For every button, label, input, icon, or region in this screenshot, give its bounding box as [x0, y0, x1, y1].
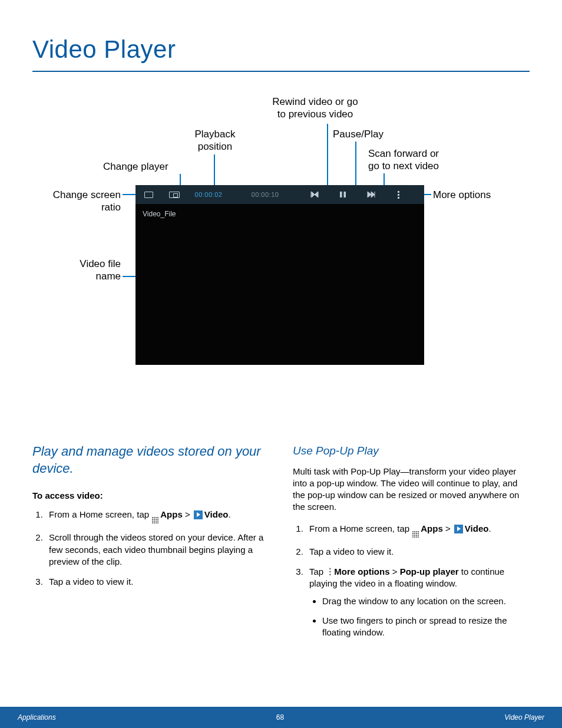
time-current: 00:00:02 — [187, 191, 230, 198]
right-bullet-2: Use two fingers to pinch or spread to re… — [322, 615, 530, 639]
change-player-icon — [169, 192, 180, 198]
right-step-2: Tap a video to view it. — [306, 546, 530, 558]
callout-playback: Playbackposition — [180, 128, 250, 153]
screen-ratio-icon — [144, 192, 153, 198]
pause-button[interactable] — [329, 191, 357, 198]
left-step-2: Scroll through the videos stored on your… — [45, 532, 269, 568]
popup-para: Multi task with Pop-Up Play—transform yo… — [293, 466, 530, 513]
title-rule — [32, 71, 530, 72]
previous-icon — [310, 191, 319, 198]
change-player-button[interactable] — [161, 192, 187, 198]
video-icon — [194, 510, 203, 519]
callout-scanfwd: Scan forward orgo to next video — [368, 147, 474, 173]
intro-text: Play and manage videos stored on your de… — [32, 443, 269, 477]
svg-rect-1 — [344, 192, 346, 197]
callout-rewind: Rewind video or goto previous video — [256, 95, 374, 121]
svg-rect-0 — [340, 192, 342, 197]
more-options-button[interactable] — [385, 191, 411, 199]
right-step-1: From a Home screen, tap Apps > Video. — [306, 523, 530, 538]
popup-heading: Use Pop-Up Play — [293, 443, 530, 459]
pause-icon — [339, 191, 346, 198]
footer-right: Video Player — [504, 713, 544, 722]
video-icon — [454, 525, 463, 533]
more-options-icon — [398, 191, 399, 193]
callout-changeplayer: Change player — [103, 160, 168, 173]
left-column: Play and manage videos stored on your de… — [32, 443, 269, 647]
page-footer: Applications 68 Video Player — [0, 707, 562, 728]
right-step-3: Tap •••More options > Pop-up player to c… — [306, 566, 530, 638]
callout-pauseplay: Pause/Play — [333, 128, 384, 140]
next-icon — [367, 191, 375, 198]
left-step-3: Tap a video to view it. — [45, 576, 269, 588]
player-toolbar: 00:00:02 00:00:10 — [135, 185, 424, 204]
screen-ratio-button[interactable] — [135, 192, 161, 198]
page-title: Video Player — [32, 35, 530, 64]
video-player-mock: 00:00:02 00:00:10 Video_File — [135, 185, 424, 365]
apps-icon — [412, 531, 419, 538]
callout-moreopts: More options — [433, 189, 491, 201]
time-total: 00:00:10 — [230, 191, 300, 198]
footer-left: Applications — [18, 713, 56, 722]
access-video-lead: To access video: — [32, 490, 269, 502]
right-bullet-1: Drag the window to any location on the s… — [322, 595, 530, 607]
diagram: Rewind video or goto previous video Play… — [32, 95, 530, 402]
apps-icon — [152, 517, 158, 523]
more-options-icon: ••• — [327, 568, 333, 577]
footer-page-number: 68 — [276, 713, 284, 722]
next-button[interactable] — [357, 191, 385, 198]
video-file-name: Video_File — [143, 210, 176, 218]
callout-filename: Video filename — [44, 258, 121, 283]
previous-button[interactable] — [300, 191, 329, 198]
right-column: Use Pop-Up Play Multi task with Pop-Up P… — [293, 443, 530, 647]
left-step-1: From a Home screen, tap Apps > Video. — [45, 509, 269, 523]
callout-changeratio: Change screenratio — [27, 189, 121, 214]
